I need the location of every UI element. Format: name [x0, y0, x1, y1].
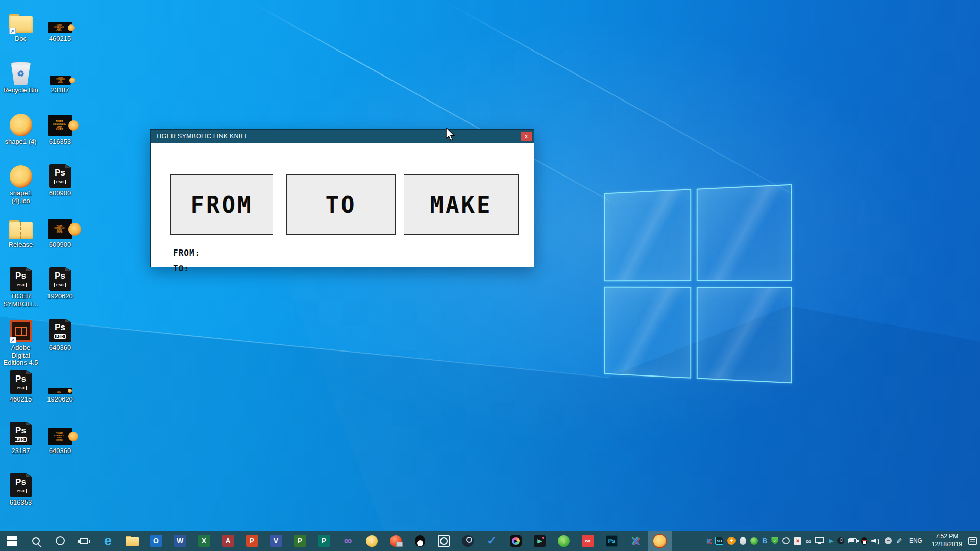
desktop-icon-460215[interactable]: PsPSD460215 — [1, 367, 40, 418]
key-tray[interactable] — [885, 537, 892, 544]
desktop-icon-release[interactable]: Release — [1, 212, 40, 264]
folded-corner — [26, 267, 32, 271]
idm-tray[interactable] — [750, 537, 758, 545]
apple-box-app[interactable] — [432, 531, 456, 551]
bluetooth-tray[interactable]: B — [762, 537, 767, 544]
icon-wrap: ↗ — [10, 317, 32, 342]
orange-circle-icon — [10, 165, 32, 188]
x-app[interactable]: X — [624, 531, 648, 551]
excel[interactable]: X — [192, 531, 216, 551]
desktop-icon-tiger-symboli-[interactable]: PsPSDTIGER SYMBOLI... — [1, 264, 40, 315]
tiger-app[interactable] — [648, 531, 672, 551]
visio[interactable]: V — [264, 531, 288, 551]
action-center-button[interactable] — [968, 537, 977, 545]
defender-tray[interactable]: ✓ — [771, 537, 778, 545]
tiger-banner-icon: TIGERSYMBOLICLINKKNIFE — [50, 76, 71, 85]
qq-music[interactable]: ♪ — [360, 531, 384, 551]
desktop-icon-label: 1920620 — [47, 293, 73, 300]
creative-cloud[interactable]: ∞ — [576, 531, 600, 551]
power-tray[interactable] — [848, 538, 857, 543]
desktop-icon-600900[interactable]: TIGERSYMBOLICLINKKNIFE600900 — [40, 212, 80, 264]
desktop-icon-600900[interactable]: PsPSD600900 — [40, 161, 80, 212]
windows-logo-wallpaper — [604, 184, 792, 384]
publisher-icon: P — [318, 535, 330, 547]
pen-tray[interactable]: ✎ — [896, 537, 902, 544]
close-button[interactable]: x — [521, 132, 532, 141]
taskbar-clock[interactable]: 7:52 PM 12/18/2019 — [929, 533, 964, 548]
check-app[interactable]: ✓ — [480, 531, 504, 551]
display-tray[interactable] — [815, 538, 824, 543]
qq-tray[interactable] — [861, 537, 867, 545]
desktop-icon-23187[interactable]: TIGERSYMBOLICLINKKNIFE23187 — [40, 58, 80, 109]
desktop-icon-616353[interactable]: TIGERSYMBOLICLINKKNIFE616353 — [40, 109, 80, 161]
make-button[interactable]: MAKE — [404, 174, 519, 235]
desktop-icon-doc[interactable]: ↗Doc — [1, 6, 40, 58]
graphics-tray[interactable]: ➤ — [828, 538, 833, 544]
desktop-icon-adobe-digital-editions-4-5[interactable]: ↗Adobe Digital Editions 4.5 — [1, 315, 40, 367]
alien-tray[interactable] — [740, 537, 746, 545]
x-app-tray[interactable]: X — [707, 537, 712, 545]
desktop-column-2: TIGERSYMBOLICLINKKNIFE460215TIGERSYMBOLI… — [40, 6, 80, 521]
blocked-doc-tray[interactable]: ✕ — [794, 537, 801, 545]
desktop-icon-shape1-4-[interactable]: shape1 (4) — [1, 109, 40, 161]
project[interactable]: P — [288, 531, 312, 551]
desktop-icon-460215[interactable]: TIGERSYMBOLICLINKKNIFE460215 — [40, 6, 80, 58]
search-button[interactable] — [24, 531, 48, 551]
desktop-icon-1920620[interactable]: PsPSD1920620 — [40, 264, 80, 315]
folded-corner — [26, 422, 32, 425]
cortana-button[interactable] — [48, 531, 72, 551]
visual-studio[interactable]: ∞ — [336, 531, 360, 551]
to-button[interactable]: TO — [286, 174, 396, 235]
language-indicator[interactable]: ENG — [906, 537, 925, 544]
start-button[interactable] — [0, 531, 24, 551]
photoshop[interactable]: Ps — [600, 531, 624, 551]
tiger-icon-text: TIGERSYMBOLICLINKKNIFE — [54, 24, 63, 32]
idm[interactable]: ↓ — [552, 531, 576, 551]
publisher[interactable]: P — [312, 531, 336, 551]
desktop-icon-1920620[interactable]: TIGERSYMBOLICLINKKNIFE1920620 — [40, 367, 80, 418]
access[interactable]: A — [216, 531, 240, 551]
task-view-button[interactable] — [72, 531, 96, 551]
desktop-icon-label: 1920620 — [47, 396, 73, 404]
potplayer[interactable]: ▶ — [504, 531, 528, 551]
tiger-box-icon: TIGERSYMBOLICLINKKNIFE — [48, 428, 72, 445]
zipper-icon — [20, 222, 21, 239]
screen-recorder[interactable]: ▶ — [528, 531, 552, 551]
creative-cloud-tray[interactable]: ∞ — [805, 537, 811, 545]
ps-label: Ps — [55, 322, 65, 333]
photoshop-file-icon: PsPSD — [10, 370, 32, 394]
from-button[interactable]: FROM — [170, 174, 273, 235]
powerpoint[interactable]: P — [240, 531, 264, 551]
desktop-icon-23187[interactable]: PsPSD23187 — [1, 418, 40, 470]
psd-label: PSD — [54, 334, 66, 339]
desktop-icon-recycle-bin[interactable]: ♻Recycle Bin — [1, 58, 40, 109]
folder-icon: ↗ — [9, 14, 33, 33]
sb-app-tray[interactable]: SB — [715, 537, 723, 545]
lightning-tray[interactable] — [727, 537, 736, 545]
icon-wrap: PsPSD — [49, 265, 71, 291]
steam[interactable] — [456, 531, 480, 551]
volume-tray[interactable] — [871, 537, 880, 544]
tiger-icon-circle — [68, 389, 72, 393]
desktop-icon-616353[interactable]: PsPSD616353 — [1, 470, 40, 521]
icon-wrap: PsPSD — [49, 162, 71, 188]
desktop-icon-640360[interactable]: TIGERSYMBOLICLINKKNIFE640360 — [40, 418, 80, 470]
window-titlebar[interactable]: TIGER SYMBOLIC LINK KNIFE x — [151, 130, 534, 143]
ps-label: Ps — [55, 271, 65, 281]
file-explorer[interactable] — [120, 531, 144, 551]
steam-tray[interactable] — [837, 537, 844, 544]
visio-icon: V — [270, 535, 282, 547]
desktop-icon-shape1-4-ico[interactable]: shape1 (4).ico — [1, 161, 40, 212]
desktop-icon-640360[interactable]: PsPSD640360 — [40, 315, 80, 367]
word[interactable]: W — [168, 531, 192, 551]
folded-corner — [65, 267, 71, 271]
desktop-icon-label: 616353 — [10, 499, 32, 507]
outlook[interactable]: O — [144, 531, 168, 551]
camera-app[interactable] — [384, 531, 408, 551]
edge[interactable]: e — [96, 531, 120, 551]
qq[interactable] — [408, 531, 432, 551]
desktop-icon-label: 23187 — [11, 447, 30, 455]
apple-box-icon — [438, 535, 450, 547]
update-ring-tray[interactable] — [782, 537, 790, 544]
excel-icon: X — [198, 535, 210, 547]
